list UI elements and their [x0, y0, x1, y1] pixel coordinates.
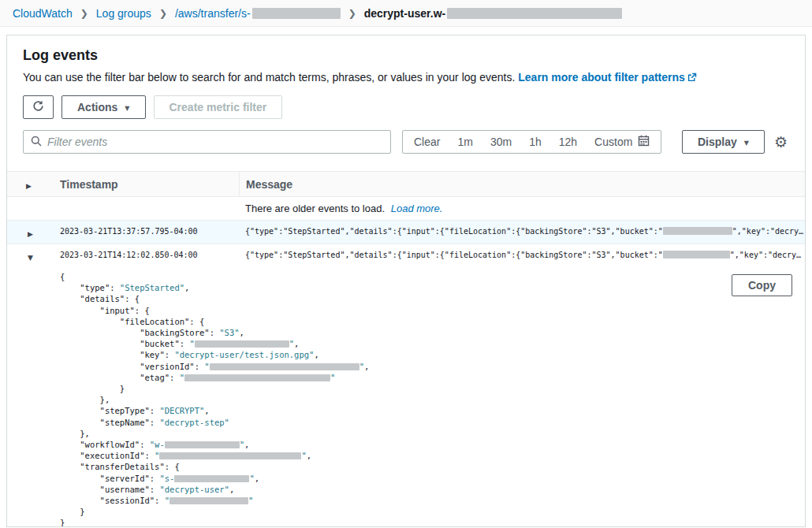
create-metric-filter-button[interactable]: Create metric filter — [154, 95, 283, 119]
display-label: Display — [698, 136, 737, 148]
text-segment: , — [229, 485, 234, 494]
text-segment: ","key":"decry… — [730, 251, 801, 259]
expand-arrow-cell: ▶ — [7, 226, 60, 239]
table-header-row: ▶ Timestamp Message — [7, 171, 805, 197]
text-segment: "decrypt-step" — [159, 418, 229, 427]
time-range-12h-button[interactable]: 12h — [550, 136, 586, 148]
load-more-link[interactable]: Load more. — [391, 203, 443, 214]
timestamp-cell: 2023-03-21T14:12:02.850-04:00 — [60, 250, 239, 259]
text-segment: " — [248, 496, 253, 505]
text-segment: "input": { — [60, 306, 150, 315]
time-range-30m-button[interactable]: 30m — [482, 136, 520, 148]
text-segment: "etag": — [60, 373, 180, 382]
expand-arrow-icon[interactable]: ▶ — [28, 230, 33, 238]
text-segment: "details": { — [60, 294, 140, 303]
custom-range-button[interactable]: Custom — [586, 135, 658, 149]
json-line: "stepName": "decrypt-step" — [60, 417, 792, 428]
json-line: "bucket": "", — [60, 338, 792, 349]
log-event-row[interactable]: ▼2023-03-21T14:12:02.850-04:00{"type":"S… — [7, 244, 805, 267]
refresh-button[interactable] — [23, 95, 54, 119]
text-segment: }, — [60, 429, 90, 438]
text-segment: "executionId": — [60, 451, 155, 460]
log-rows-container: ▶2023-03-21T13:37:57.795-04:00{"type":"S… — [7, 220, 805, 527]
redacted-text — [663, 251, 730, 258]
text-segment: "serverId": — [60, 474, 159, 483]
json-line: "key": "decrypt-user/test.json.gpg", — [60, 349, 792, 360]
older-events-row: There are older events to load. Load mor… — [7, 197, 805, 220]
redacted-text — [169, 497, 248, 504]
gear-icon: ⚙ — [774, 133, 788, 151]
text-segment: "stepName": — [60, 418, 159, 427]
json-line: "fileLocation": { — [60, 316, 792, 327]
breadcrumb-item[interactable]: CloudWatch — [13, 7, 73, 20]
breadcrumb-item[interactable]: Log groups — [96, 7, 151, 20]
text-segment: , — [364, 362, 369, 371]
log-event-row[interactable]: ▶2023-03-21T13:37:57.795-04:00{"type":"S… — [7, 220, 805, 244]
redacted-text — [159, 452, 301, 459]
breadcrumb-label: decrypt-user.w- — [364, 7, 445, 20]
text-segment: , — [184, 283, 189, 292]
refresh-icon — [32, 100, 44, 114]
expand-arrow-cell: ▼ — [7, 250, 60, 262]
expand-all-arrow-icon[interactable]: ▶ — [26, 182, 32, 190]
time-range-group: Clear 1m30m1h12h Custom — [402, 130, 661, 154]
text-segment: , — [244, 440, 249, 449]
collapse-arrow-icon[interactable]: ▼ — [28, 254, 33, 262]
text-segment: "key": — [60, 350, 174, 359]
calendar-icon — [638, 135, 650, 149]
text-segment: "transferDetails": { — [60, 462, 180, 471]
json-line: { — [60, 271, 792, 282]
text-segment: "DECRYPT" — [159, 406, 204, 415]
breadcrumb: CloudWatch❯Log groups❯/aws/transfer/s-❯d… — [0, 0, 812, 27]
external-link-icon — [687, 72, 697, 84]
clear-button[interactable]: Clear — [405, 136, 449, 148]
copy-button[interactable]: Copy — [732, 274, 792, 296]
log-events-table: ▶ Timestamp Message There are older even… — [7, 171, 805, 527]
preferences-button[interactable]: ⚙ — [774, 135, 788, 150]
search-icon — [31, 136, 42, 149]
json-line: } — [60, 506, 792, 517]
actions-button[interactable]: Actions▼ — [61, 95, 146, 119]
time-range-1m-button[interactable]: 1m — [449, 136, 481, 148]
text-segment: , — [204, 406, 209, 415]
json-line: "serverId": "s-", — [60, 473, 792, 484]
display-button[interactable]: Display▼ — [682, 130, 765, 154]
text-segment: , — [255, 474, 259, 483]
filter-events-input[interactable] — [47, 136, 383, 148]
json-line: "type": "StepStarted", — [60, 282, 792, 293]
redacted-text — [174, 475, 249, 482]
breadcrumb-item[interactable]: /aws/transfer/s- — [175, 7, 341, 20]
json-line: "sessionId": "" — [60, 495, 792, 506]
older-events-text: There are older events to load. — [245, 203, 385, 214]
timestamp-cell: 2023-03-21T13:37:57.795-04:00 — [60, 226, 239, 236]
text-segment: "workflowId": — [60, 440, 150, 449]
text-segment: {"type":"StepStarted","details":{"input"… — [245, 251, 663, 259]
custom-label: Custom — [594, 136, 632, 148]
time-range-1h-button[interactable]: 1h — [520, 136, 550, 148]
page-description: You can use the filter bar below to sear… — [23, 71, 789, 84]
text-segment: "stepType": — [60, 406, 159, 415]
toolbar: Actions▼ Create metric filter — [23, 95, 789, 119]
text-segment: " — [330, 373, 335, 382]
json-line: "backingStore": "S3", — [60, 327, 792, 338]
text-segment: } — [60, 518, 65, 527]
breadcrumb-separator: ❯ — [348, 8, 356, 19]
json-line: }, — [60, 428, 792, 439]
json-line: "username": "decrypt-user", — [60, 484, 792, 495]
text-segment: "backingStore": — [60, 328, 219, 337]
redacted-text — [663, 227, 732, 235]
text-segment: } — [60, 507, 85, 516]
json-line: "executionId": "", — [60, 450, 792, 461]
text-segment: "decrypt-user/test.json.gpg" — [174, 350, 314, 359]
text-segment: , — [307, 451, 311, 460]
text-segment: "S3" — [219, 328, 239, 337]
message-cell: {"type":"StepStarted","details":{"input"… — [239, 226, 805, 236]
learn-more-link[interactable]: Learn more about filter patterns — [518, 71, 685, 84]
json-line: "versionId": "", — [60, 361, 792, 372]
expanded-event-detail: Copy{ "type": "StepStarted", "details": … — [7, 267, 805, 527]
text-segment: , — [314, 350, 318, 359]
breadcrumb-separator: ❯ — [159, 8, 167, 19]
log-events-panel: Log events You can use the filter bar be… — [6, 35, 806, 527]
redacted-text — [210, 363, 359, 370]
column-header-message: Message — [239, 172, 805, 196]
